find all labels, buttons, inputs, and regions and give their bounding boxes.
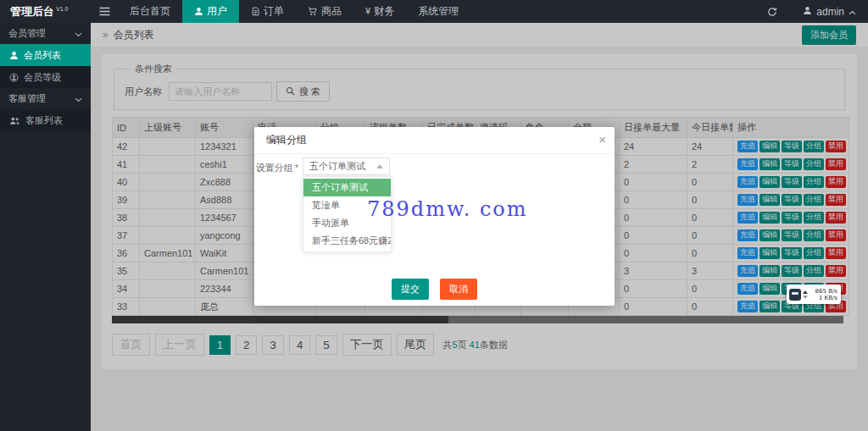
upload-speed: 1 KB/s (819, 295, 837, 301)
sidebar-group-0[interactable]: 会员管理 (0, 23, 91, 44)
nav-item-label: 后台首页 (130, 4, 170, 19)
nav-item-4[interactable]: ¥财务 (353, 0, 406, 23)
sidebar: 会员管理会员列表会员等级客服管理客服列表 (0, 23, 91, 431)
submit-button[interactable]: 提交 (392, 279, 429, 300)
user-icon (803, 6, 812, 18)
net-monitor-app-icon (789, 289, 801, 301)
group-select-value: 五个订单测试 (309, 160, 365, 173)
chevron-down-icon (75, 29, 82, 39)
sidebar-group-1[interactable]: 客服管理 (0, 88, 91, 109)
admin-username: admin (816, 6, 844, 18)
chevron-up-icon (849, 6, 856, 18)
user-icon (9, 51, 19, 60)
close-icon[interactable]: × (598, 131, 606, 148)
updown-arrows-icon (803, 290, 808, 299)
sidebar-item-1-0[interactable]: 客服列表 (0, 109, 91, 131)
nav-item-5[interactable]: 系统管理 (406, 0, 470, 23)
nav-item-0[interactable]: 后台首页 (118, 0, 182, 23)
sidebar-item-label: 会员等级 (24, 71, 61, 84)
refresh-button[interactable] (754, 7, 791, 17)
nav-item-label: 系统管理 (418, 4, 459, 19)
modal-footer: 提交 取消 (254, 279, 615, 300)
chevron-down-icon (75, 94, 82, 104)
nav-right: admin (754, 0, 868, 23)
sidebar-item-label: 客服列表 (25, 114, 63, 127)
set-group-label: 设置分组* (254, 162, 298, 174)
required-mark: * (295, 163, 298, 173)
network-speed-widget[interactable]: 865 B/s 1 KB/s (787, 285, 841, 304)
group-option-2[interactable]: 手动派单 (303, 214, 391, 232)
user-icon (194, 7, 203, 16)
nav-item-2[interactable]: 订单 (239, 0, 296, 23)
sidebar-item-0-0[interactable]: 会员列表 (0, 44, 91, 66)
yen-icon: ¥ (365, 7, 370, 16)
group-option-0[interactable]: 五个订单测试 (303, 179, 391, 196)
sidebar-item-label: 会员列表 (24, 49, 61, 62)
app-brand: 管理后台 V1.0 (0, 0, 91, 23)
people-icon (9, 116, 20, 125)
group-option-1[interactable]: 苋淦单 (303, 196, 391, 214)
nav-item-label: 订单 (264, 4, 284, 19)
hamburger-icon[interactable] (91, 0, 118, 23)
nav-item-label: 财务 (374, 4, 394, 19)
cancel-button[interactable]: 取消 (440, 279, 477, 300)
screen: 管理后台 V1.0 后台首页用户订单商品¥财务系统管理 admin 会员管理会员… (0, 0, 868, 431)
edit-group-modal: 编辑分组 × 设置分组* 五个订单测试 五个订单测试苋淦单手动派单新手三任务68… (254, 127, 615, 306)
app-title: 管理后台 (10, 4, 54, 19)
top-navbar: 管理后台 V1.0 后台首页用户订单商品¥财务系统管理 admin (0, 0, 868, 23)
level-icon (9, 73, 19, 82)
sidebar-group-label: 会员管理 (8, 27, 46, 40)
modal-title: 编辑分组 (254, 127, 615, 154)
download-speed: 865 B/s (815, 288, 837, 295)
nav-item-1[interactable]: 用户 (182, 0, 239, 23)
cart-icon (308, 7, 318, 16)
nav-item-label: 商品 (321, 4, 342, 19)
nav-menu: 后台首页用户订单商品¥财务系统管理 (118, 0, 470, 23)
group-option-3[interactable]: 新手三任务68元赚20元 (303, 232, 391, 250)
nav-item-label: 用户 (207, 4, 227, 19)
sidebar-group-label: 客服管理 (8, 92, 46, 105)
group-dropdown: 五个订单测试苋淦单手动派单新手三任务68元赚20元 (303, 176, 392, 252)
caret-up-icon (376, 164, 383, 169)
sidebar-item-0-1[interactable]: 会员等级 (0, 66, 91, 88)
app-version: V1.0 (56, 6, 68, 12)
group-select[interactable]: 五个订单测试 (303, 157, 390, 175)
order-icon (251, 7, 260, 16)
nav-item-3[interactable]: 商品 (296, 0, 353, 23)
net-speed-text: 865 B/s 1 KB/s (810, 288, 837, 301)
admin-menu[interactable]: admin (791, 6, 868, 18)
